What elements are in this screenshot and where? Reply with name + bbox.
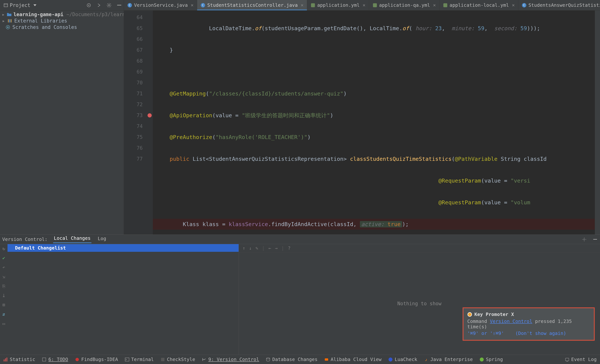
hide-button[interactable] xyxy=(117,3,122,8)
chevron-right-icon: ▸ xyxy=(2,18,5,24)
error-stripe[interactable] xyxy=(595,10,600,235)
notification-command-link[interactable]: Version Control xyxy=(490,318,532,324)
tree-external-libraries[interactable]: ▸ External Libraries xyxy=(0,18,124,24)
svg-point-4 xyxy=(108,5,110,6)
prev-file-button[interactable]: ← xyxy=(268,246,271,251)
tab-label: VersionService.java xyxy=(134,2,188,8)
default-changelist[interactable]: Default Changelist xyxy=(8,244,239,252)
panel-settings-gear-icon[interactable] xyxy=(581,237,587,242)
tab-application-local-yml[interactable]: application-local.yml× xyxy=(440,0,518,10)
code-area[interactable]: LocalDateTime.of(studentUsageParam.getEn… xyxy=(153,10,595,235)
tree-item-label: External Libraries xyxy=(14,18,67,24)
line-number: 73 xyxy=(136,110,143,121)
tree-scratches[interactable]: Scratches and Consoles xyxy=(0,24,124,30)
close-icon[interactable]: × xyxy=(363,2,366,8)
close-icon[interactable]: × xyxy=(433,2,436,8)
tab-label: application.yml xyxy=(317,2,360,8)
tab-label: application-qa.yml xyxy=(379,2,430,8)
breakpoint-marker[interactable] xyxy=(148,113,152,118)
shelve-button[interactable]: ⤓ xyxy=(2,293,6,298)
statusbar-java-enterprise[interactable]: Java Enterprise xyxy=(421,357,476,362)
statusbar-event-log[interactable]: Event Log xyxy=(562,357,600,362)
tree-item-hint: ~/Documents/p3/learning xyxy=(66,12,124,17)
breakpoint-gutter[interactable] xyxy=(146,10,153,235)
expand-all-button[interactable] xyxy=(96,3,102,8)
statusbar-luacheck[interactable]: LuaCheck xyxy=(385,357,421,362)
svg-rect-49 xyxy=(565,358,569,361)
changelist-tree[interactable]: Default Changelist xyxy=(8,244,239,355)
expand-button[interactable]: ⇵ xyxy=(2,312,5,317)
next-diff-button[interactable]: ↓ xyxy=(249,246,252,251)
project-icon xyxy=(4,3,8,7)
vc-tab-log[interactable]: Log xyxy=(97,236,107,243)
svg-rect-18 xyxy=(311,3,315,7)
collapse-button[interactable]: ▭ xyxy=(2,321,5,326)
svg-point-42 xyxy=(75,358,79,361)
notification-body: Command Version Control pressed 1,235 ti… xyxy=(467,318,590,329)
chevron-down-icon xyxy=(33,4,37,6)
edit-icon[interactable]: ✎ xyxy=(255,246,258,251)
help-button[interactable]: ? xyxy=(288,246,291,251)
statusbar-terminal[interactable]: Terminal xyxy=(122,357,157,362)
close-icon[interactable]: × xyxy=(191,2,194,8)
statusbar-findbugs[interactable]: FindBugs-IDEA xyxy=(72,357,122,362)
plugin-icon xyxy=(467,312,472,317)
close-icon[interactable]: × xyxy=(512,2,515,8)
svg-rect-0 xyxy=(4,4,8,7)
svg-line-11 xyxy=(107,6,108,7)
line-number: 76 xyxy=(136,143,143,154)
vc-toolbar: ↻ ✔ ↶ ⇲ ⎘ ⤓ ⊞ ⇵ ▭ xyxy=(0,244,8,355)
group-button[interactable]: ⊞ xyxy=(2,302,5,308)
notification-popup: Key Promoter X Command Version Control p… xyxy=(463,307,595,341)
next-file-button[interactable]: → xyxy=(275,246,277,251)
java-class-icon: C xyxy=(127,3,132,8)
settings-gear-icon[interactable] xyxy=(106,3,112,8)
yaml-icon xyxy=(443,3,448,8)
svg-rect-13 xyxy=(117,5,121,5)
line-number: 67 xyxy=(136,45,143,55)
java-class-icon: C xyxy=(522,3,527,8)
diff-button[interactable]: ⇲ xyxy=(2,274,5,279)
line-number: 64 xyxy=(136,12,143,23)
notification-shortcut: '⌘9' or '⇧⌘9' xyxy=(467,331,504,336)
tab-versionservice[interactable]: C VersionService.java× xyxy=(124,0,197,10)
commit-button[interactable]: ✔ xyxy=(2,255,5,261)
statusbar-alibaba-cloud[interactable]: Alibaba Cloud View xyxy=(321,357,385,362)
notification-title: Key Promoter X xyxy=(474,312,514,317)
close-icon[interactable]: × xyxy=(301,2,304,8)
select-opened-file-button[interactable] xyxy=(86,3,91,8)
tab-studentsanswerquizexecutor[interactable]: C StudentsAnswerQuizStatisticsExecutor.j… xyxy=(518,0,600,10)
prev-diff-button[interactable]: ↑ xyxy=(243,246,245,251)
refresh-button[interactable]: ↻ xyxy=(2,246,5,251)
changelist-button[interactable]: ⎘ xyxy=(2,283,5,289)
svg-rect-26 xyxy=(9,19,10,22)
line-number: 77 xyxy=(136,154,143,164)
line-number: 70 xyxy=(136,77,143,88)
svg-rect-25 xyxy=(8,19,9,22)
folder-icon xyxy=(7,12,12,17)
diff-toolbar: ↑ ↓ ✎ | ← → | ? xyxy=(239,244,600,252)
statusbar-statistic[interactable]: Statistic xyxy=(0,357,38,362)
line-number: 71 xyxy=(136,88,143,99)
project-pane-label: Project xyxy=(10,2,30,8)
tree-root[interactable]: ▸ learning-game-api ~/Documents/p3/learn… xyxy=(0,11,124,18)
tab-label: StudentStatisticsController.java xyxy=(207,2,298,8)
project-pane-button[interactable]: Project xyxy=(4,2,37,8)
svg-rect-41 xyxy=(42,358,46,361)
tab-application-yml[interactable]: application.yml× xyxy=(307,0,369,10)
svg-rect-40 xyxy=(7,357,8,361)
statusbar-database-changes[interactable]: Database Changes xyxy=(262,357,321,362)
line-number: 69 xyxy=(136,66,143,77)
revert-button[interactable]: ↶ xyxy=(2,265,5,270)
statusbar-checkstyle[interactable]: CheckStyle xyxy=(157,357,199,362)
statusbar-spring[interactable]: Spring xyxy=(476,357,506,362)
line-number: 72 xyxy=(136,99,143,110)
statusbar-version-control[interactable]: 9: Version Control xyxy=(198,357,262,362)
dont-show-again-link[interactable]: (Don't show again) xyxy=(515,331,566,336)
tab-studentstatisticscontroller[interactable]: C StudentStatisticsController.java× xyxy=(197,0,307,10)
hide-panel-button[interactable] xyxy=(592,237,598,242)
tab-application-qa-yml[interactable]: application-qa.yml× xyxy=(369,0,440,10)
line-number-gutter: 64 65 66 67 68 69 70 71 72 73 74 75 76 7… xyxy=(124,10,146,235)
vc-tab-local-changes[interactable]: Local Changes xyxy=(53,236,91,243)
statusbar-todo[interactable]: 6: TODO xyxy=(38,357,71,362)
